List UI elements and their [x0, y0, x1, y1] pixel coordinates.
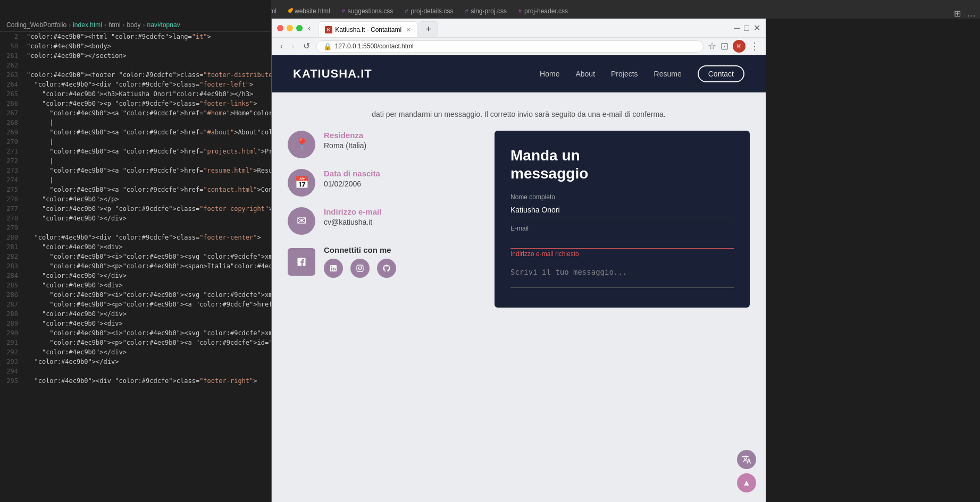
url-text: 127.0.0.1:5500/contact.html [335, 42, 697, 50]
breadcrumb-part-5[interactable]: nav#topnav [147, 21, 180, 29]
form-group-nome: Nome completo [510, 193, 734, 217]
floating-icons: ▲ [737, 450, 756, 492]
email-label: Indirizzo e-mail [324, 207, 479, 216]
translate-float-btn[interactable] [737, 450, 756, 469]
breadcrumb: Coding_WebPortfolio › index.html › html … [0, 19, 271, 32]
browser-close-btn[interactable] [277, 25, 283, 31]
email-icon: ✉ [288, 207, 315, 235]
email-value: cv@katiusha.it [324, 218, 479, 226]
tab-website-html[interactable]: website.html [282, 3, 336, 19]
tab-sing-proj-css[interactable]: # sing-proj.css [459, 3, 512, 19]
url-bar-row: ‹ › ↺ 🔒 127.0.0.1:5500/contact.html ☆ ⊡ … [272, 38, 766, 55]
code-lines[interactable]: "color:#4ec9b0"><html "color:#9cdcfe">la… [22, 32, 271, 502]
social-icon-box [288, 248, 315, 276]
bookmark-icon[interactable]: ☆ [708, 40, 716, 52]
tab-label-projdetails: proj-details.css [411, 7, 453, 15]
tab-label-projheader: proj-header.css [524, 7, 568, 15]
browser-tabs: K Katiusha.it - Contattami × + [314, 19, 727, 37]
nascita-label: Data di nascita [324, 169, 479, 178]
form-group-message [510, 265, 734, 290]
browser-tab-close[interactable]: × [406, 25, 411, 34]
tab-suggestions-css[interactable]: # suggestions.css [336, 3, 399, 19]
form-title: Manda un messaggio [510, 147, 734, 182]
contact-form: Manda un messaggio Nome completo E-mail … [495, 131, 750, 307]
tab-label-suggestions: suggestions.css [348, 7, 393, 15]
nav-resume[interactable]: Resume [654, 70, 682, 78]
maximize-icon[interactable]: □ [744, 23, 749, 33]
tab-proj-details-css[interactable]: # proj-details.css [399, 3, 459, 19]
line-numbers: 2582612622632642652662672682692702712722… [0, 32, 22, 502]
nav-home[interactable]: Home [540, 70, 559, 78]
browser-chrome-icons: ─ □ ✕ [734, 23, 760, 33]
more-icon[interactable]: … [967, 9, 976, 19]
scroll-top-btn[interactable]: ▲ [737, 473, 756, 492]
tab-icon-projheader: # [518, 8, 522, 14]
breadcrumb-part-3[interactable]: html [108, 21, 121, 29]
message-textarea[interactable] [510, 265, 734, 288]
code-editor[interactable]: 2582612622632642652662672682692702712722… [0, 32, 271, 502]
browser-tab-label: Katiusha.it - Contattami [335, 26, 401, 33]
nascita-value: 01/02/2006 [324, 180, 479, 188]
browser-max-btn[interactable] [296, 25, 303, 31]
website-content: KATIUSHA.IT Home About Projects Resume C… [272, 55, 766, 502]
browser-collapse-icon[interactable]: ‹ [308, 23, 311, 33]
residenza-label: Residenza [324, 131, 479, 140]
back-button[interactable]: ‹ [278, 42, 285, 50]
browser-tab-new[interactable]: + [418, 21, 438, 37]
github-icon[interactable] [377, 259, 396, 278]
info-item-nascita: 📅 Data di nascita 01/02/2006 [288, 169, 479, 197]
new-tab-icon: + [425, 24, 431, 35]
tab-dot-website [288, 9, 292, 13]
residenza-icon: 📍 [288, 131, 315, 158]
linkedin-icon[interactable] [324, 259, 343, 278]
browser-titlebar: ‹ K Katiusha.it - Contattami × + ─ □ ✕ [272, 19, 766, 38]
social-icons-row [324, 259, 479, 278]
tab-icon-singproj: # [465, 8, 468, 14]
tab-proj-header-css[interactable]: # proj-header.css [513, 3, 574, 19]
residenza-text: Residenza Roma (Italia) [324, 131, 479, 150]
nascita-text: Data di nascita 01/02/2006 [324, 169, 479, 188]
residenza-value: Roma (Italia) [324, 141, 479, 150]
browser-min-btn[interactable] [287, 25, 293, 31]
browser-favicon: K [325, 26, 332, 33]
url-bar[interactable]: 🔒 127.0.0.1:5500/contact.html [316, 40, 703, 53]
tab-icon-suggestions: # [342, 8, 345, 14]
site-navigation: KATIUSHA.IT Home About Projects Resume C… [272, 55, 766, 92]
email-error: Indirizzo e-mail richiesto [510, 250, 734, 258]
extension-icon[interactable]: ⊡ [721, 40, 728, 52]
social-label: Connettiti con me [324, 245, 479, 254]
reload-button[interactable]: ↺ [301, 42, 312, 50]
contact-layout: 📍 Residenza Roma (Italia) 📅 Data di nasc… [272, 131, 766, 323]
lock-icon: 🔒 [323, 42, 332, 50]
browser-window-close-icon[interactable]: ✕ [753, 23, 760, 33]
breadcrumb-part-4[interactable]: body [127, 21, 141, 29]
info-item-residenza: 📍 Residenza Roma (Italia) [288, 131, 479, 158]
browser-tab-contact[interactable]: K Katiusha.it - Contattami × [318, 21, 417, 37]
email-text: Indirizzo e-mail cv@katiusha.it [324, 207, 479, 226]
instagram-icon[interactable] [350, 259, 370, 278]
form-group-email: E-mail Indirizzo e-mail richiesto [510, 225, 734, 258]
tab-icon-projdetails: # [405, 8, 408, 14]
nome-input[interactable] [510, 203, 734, 217]
chrome-menu-icon[interactable]: ⋮ [750, 40, 759, 52]
contact-info-col: 📍 Residenza Roma (Italia) 📅 Data di nasc… [288, 131, 479, 278]
nascita-icon: 📅 [288, 169, 315, 197]
breadcrumb-part-2[interactable]: index.html [73, 21, 102, 29]
nav-contact[interactable]: Contact [698, 65, 744, 82]
tab-modified-dot [290, 8, 293, 11]
editor-area: Coding_WebPortfolio › index.html › html … [0, 0, 271, 502]
minimize-icon[interactable]: ─ [734, 23, 740, 33]
nav-projects[interactable]: Projects [611, 70, 638, 78]
profile-avatar[interactable]: K [733, 40, 746, 53]
social-item: Connettiti con me [288, 245, 479, 278]
forward-button[interactable]: › [289, 42, 296, 50]
site-logo: KATIUSHA.IT [293, 67, 372, 81]
info-item-email: ✉ Indirizzo e-mail cv@katiusha.it [288, 207, 479, 235]
breadcrumb-part-1[interactable]: Coding_WebPortfolio [6, 21, 66, 29]
tab-label-website: website.html [295, 7, 330, 15]
nav-about[interactable]: About [575, 70, 595, 78]
layout-icon[interactable]: ⊞ [954, 8, 961, 19]
intro-text: dati per mandarmi un messaggio. Il corre… [372, 110, 666, 118]
tab-label-singproj: sing-proj.css [471, 7, 507, 15]
email-input[interactable] [510, 234, 734, 249]
